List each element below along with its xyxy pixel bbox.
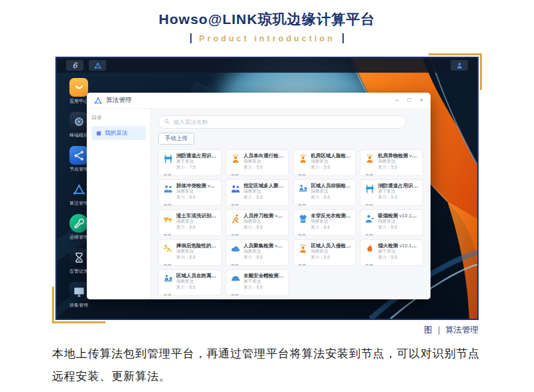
algorithm-card[interactable]: 吸烟检测 v10.13_6.3 场景算法 算力：8.6 难度： ★★★★★ (360, 209, 423, 236)
difficulty-label: 难度： (230, 203, 244, 206)
desktop-icon-label: 算法管理 (69, 200, 88, 207)
algorithm-card[interactable]: 区域人员徘徊检测 v10.18_6.3 场景算法 算力：8.6 难度： ★★★★… (293, 179, 356, 206)
close-button[interactable]: × (420, 97, 423, 103)
algorithm-card[interactable]: 肢体冲突检测 v10.19_6.3_2 场景算法 算力：8.6 难度： ★★★★… (158, 179, 222, 206)
star-icon: ★ (384, 265, 390, 266)
star-icon: ★ (178, 205, 183, 206)
difficulty-label: 难度： (298, 203, 311, 206)
algorithm-card[interactable]: 渣土车清洗识别 v10.15_6.3 场景算法 算力：8.6 难度： ★★★★★ (158, 209, 222, 236)
star-icon: ★ (178, 295, 183, 296)
algorithm-icon (298, 213, 308, 224)
star-icon: ★ (178, 235, 183, 236)
taskbar: 6 (57, 58, 477, 73)
algorithm-title: 人员单向通行检测 (244, 153, 284, 159)
difficulty-stars: ★★★★★ (178, 230, 205, 236)
star-icon: ★ (334, 235, 339, 236)
algorithm-card[interactable]: 烟火检测 v10.17_6.3 原子算法 算力：8.6 难度： ★★★★★ (360, 239, 423, 266)
description-paragraph: 本地上传算法包到管理平台，再通过管理平台将算法安装到节点，可以对识别节点远程安装… (52, 343, 482, 388)
star-icon: ★ (183, 175, 188, 176)
algorithm-card[interactable]: 未穿反光衣检测 v10.12_6.3 场景算法 算力：8.6 难度： ★★★★★ (293, 209, 356, 236)
star-icon: ★ (312, 205, 317, 206)
star-icon: ★ (312, 235, 317, 236)
algorithm-card[interactable]: 机房异物检测 v10.24_6.3 场景算法 算力：5.6 难度： ★★★★★ (360, 149, 423, 176)
algorithm-card[interactable]: 消防通道占用识别 v10.18_6.3 原子算法 算力：7.5 难度： ★★★★… (158, 149, 222, 176)
algorithm-card[interactable]: 人员单向通行检测 v10.24_6.3 场景算法 算力：5.6 难度： ★★★★… (226, 149, 289, 176)
star-icon: ★ (194, 175, 199, 176)
difficulty-label: 难度： (298, 233, 311, 236)
algorithm-title: 渣土车清洗识别 (176, 213, 216, 219)
howso-logo-icon: 6 (73, 62, 77, 69)
desktop-icon-label: 应用中心 (69, 98, 88, 105)
algorithm-type: 原子算法 (244, 279, 284, 284)
difficulty-row: 难度： ★★★★★ (364, 170, 419, 176)
algorithm-card[interactable]: 人员持刀检测 v10.12_6.3 场景算法 算力：8.6 难度： ★★★★★ (226, 209, 289, 236)
star-icon: ★ (256, 295, 261, 296)
difficulty-label: 难度： (230, 263, 244, 266)
algorithm-card[interactable]: 区域人员在岗离岗检测 v10... 场景算法 算力：8.6 难度： ★★★★★ (158, 269, 222, 296)
taskbar-algorithm-app[interactable] (89, 60, 106, 71)
algorithm-card[interactable]: 机房区域人脸检测 v10.24_6.3 场景算法 算力：5.6 难度： ★★★★… (293, 149, 356, 176)
algorithm-title: 未戴安全帽检测 (244, 273, 284, 279)
sidebar-item-label: 我的算法 (105, 129, 127, 137)
algorithm-card[interactable]: 摔倒后危险性的可能性判定 ... 场景算法 算力：8.6 难度： ★★★★★ (158, 239, 222, 266)
star-icon: ★ (256, 265, 261, 266)
page-subtitle: Product introduction (0, 33, 534, 43)
difficulty-stars: ★★★★★ (379, 260, 407, 266)
algorithm-power: 算力：5.6 (244, 165, 284, 170)
star-icon: ★ (250, 175, 255, 176)
algorithm-title: 区域人员在岗离岗检测 (176, 273, 217, 279)
algorithm-title: 人员聚集检测 (244, 243, 274, 249)
star-icon: ★ (199, 265, 204, 266)
search-input[interactable] (158, 115, 407, 129)
star-icon: ★ (194, 205, 199, 206)
algorithm-power: 算力：8.6 (176, 285, 217, 290)
algorithm-type: 场景算法 (244, 189, 284, 194)
maximize-button[interactable]: □ (407, 97, 411, 103)
algorithm-card[interactable]: 指定区域多人聚集检测 v10... 场景算法 算力：8.6 难度： ★★★★★ (226, 179, 289, 206)
taskbar-user-button[interactable] (451, 60, 468, 71)
algorithm-title: 消防通道占用识别 (378, 183, 418, 189)
star-icon: ★ (256, 175, 261, 176)
desktop-icon-label: 终端模拟 (69, 132, 88, 139)
star-icon: ★ (379, 175, 384, 176)
algorithm-type: 场景算法 (176, 279, 217, 284)
algorithm-icon (163, 183, 174, 194)
algorithm-icon (230, 183, 241, 194)
algorithm-card[interactable]: 人员聚集检测 v10.17_6.3 场景算法 算力：8.6 难度： ★★★★★ (226, 239, 289, 266)
algorithm-title: 机房异物检测 (378, 153, 408, 159)
difficulty-label: 难度： (163, 263, 176, 266)
algorithm-version: v10.17_6.3 (399, 243, 419, 249)
minimize-button[interactable]: – (395, 97, 398, 103)
star-icon: ★ (261, 295, 266, 296)
star-icon: ★ (334, 205, 339, 206)
algorithm-card[interactable]: 区域人员入侵检测 v10.17_6.. 场景算法 算力：8.6 难度： ★★★★… (293, 239, 356, 266)
difficulty-label: 难度： (230, 233, 244, 236)
algorithm-triangle-icon (94, 62, 101, 69)
algorithm-type: 场景算法 (311, 219, 352, 224)
algorithm-type: 原子算法 (378, 249, 419, 254)
star-icon: ★ (188, 205, 194, 206)
manual-upload-button[interactable]: 手动上传 (158, 133, 194, 145)
algorithm-card[interactable]: 消防通道占用识别 v10.19_6.3 原子算法 算力：5.6 难度： ★★★★… (360, 179, 423, 206)
algorithm-card[interactable]: 未戴安全帽检测 v10.12_6.3 原子算法 算力：8.6 难度： ★★★★★ (226, 269, 289, 296)
star-icon: ★ (266, 175, 272, 176)
difficulty-stars: ★★★★★ (379, 170, 407, 176)
page-title: Howso@LINK琼玑边缘计算平台 (0, 10, 534, 29)
difficulty-label: 难度： (364, 203, 378, 206)
algorithm-type: 场景算法 (311, 189, 352, 194)
star-icon: ★ (322, 175, 328, 176)
difficulty-row: 难度： ★★★★★ (230, 170, 284, 176)
algorithm-window: 算法管理 – □ × 目录 我的算法 (87, 93, 431, 299)
search-icon (164, 118, 170, 125)
desktop-icon-tile (69, 180, 88, 199)
taskbar-howso-app[interactable]: 6 (66, 60, 83, 71)
star-icon: ★ (266, 205, 272, 206)
algorithm-title: 肢体冲突检测 (176, 183, 206, 189)
desktop-screenshot: 6 应用中心 终端模拟 节点管理 (55, 57, 479, 320)
sidebar-item-my-algorithms[interactable]: 我的算法 (91, 126, 146, 140)
star-icon: ★ (384, 175, 390, 176)
algorithm-version: v10.19_6.3_2 (208, 183, 217, 189)
star-icon: ★ (384, 205, 390, 206)
star-icon: ★ (188, 235, 194, 236)
difficulty-label: 难度： (230, 293, 244, 296)
